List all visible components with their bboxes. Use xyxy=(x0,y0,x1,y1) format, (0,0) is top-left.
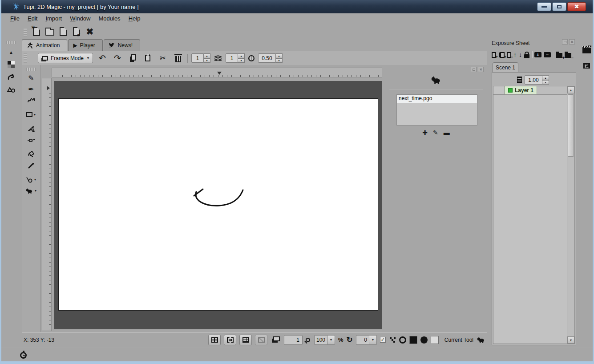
scroll-thumb[interactable] xyxy=(568,94,574,157)
menu-modules[interactable]: Modules xyxy=(96,14,125,23)
frames-mode-dropdown[interactable]: Frames Mode ▼ xyxy=(38,53,93,63)
scene-tab[interactable]: Scene 1 xyxy=(493,62,518,73)
toolbar-drag-handle[interactable] xyxy=(24,27,27,36)
zoom-combo[interactable]: 100 ▼ xyxy=(314,335,335,345)
spin-up-icon[interactable]: ▴ xyxy=(238,53,245,58)
undo-button[interactable]: ↶ xyxy=(97,53,108,64)
menu-help[interactable]: Help xyxy=(126,14,146,23)
onion-back-spinner[interactable]: 1 ▴ ▾ xyxy=(191,53,210,63)
close-project-button[interactable]: ✖ xyxy=(83,25,97,38)
redo-button[interactable]: ↷ xyxy=(112,53,123,64)
drawing-workspace[interactable] xyxy=(54,81,382,329)
contour-color-swatch[interactable] xyxy=(409,336,417,344)
add-scene-button[interactable]: + xyxy=(556,52,562,58)
position-tool[interactable]: ▼ xyxy=(23,185,39,196)
full-screen-button[interactable] xyxy=(255,335,267,345)
scroll-down-button[interactable]: ▼ xyxy=(567,336,574,344)
ink-tool[interactable]: ✒ xyxy=(23,84,39,95)
remove-frame-button[interactable]: − xyxy=(507,52,511,58)
add-layer-button[interactable]: + xyxy=(534,52,541,57)
copy-button[interactable] xyxy=(127,53,138,64)
add-lipsync-button[interactable]: ✚ xyxy=(422,129,428,136)
panel-close-button[interactable]: ✖ xyxy=(478,67,484,72)
pen-properties-button[interactable] xyxy=(5,72,17,82)
exposure-sheet-toggle-button[interactable] xyxy=(581,61,593,71)
fill-color-swatch[interactable] xyxy=(431,336,439,344)
canvas-paper[interactable] xyxy=(58,98,378,311)
show-safe-area-button[interactable] xyxy=(224,335,236,345)
selection-tool[interactable] xyxy=(23,123,39,134)
minimize-button[interactable] xyxy=(537,2,551,11)
remove-lipsync-button[interactable]: ▬ xyxy=(444,129,450,136)
spin-up-icon[interactable]: ▴ xyxy=(542,75,549,80)
opacity-spinner[interactable]: 0.50 ▴ ▾ xyxy=(258,53,283,63)
menu-bar: FileEditImportWindowModulesHelp xyxy=(1,13,593,24)
exposure-scrollbar[interactable]: ▲ ▼ xyxy=(567,86,574,344)
menu-file[interactable]: File xyxy=(8,14,25,23)
scribble-tool[interactable] xyxy=(23,95,39,106)
panel-close-button[interactable]: ✖ xyxy=(569,39,575,44)
spin-down-icon[interactable]: ▾ xyxy=(204,58,210,63)
move-frame-up-button[interactable]: ↑ xyxy=(513,51,517,58)
layer-opacity-spinner[interactable]: 1.00 ▴ ▾ xyxy=(525,75,549,85)
spin-up-icon[interactable]: ▴ xyxy=(276,53,283,58)
window-title: Tupi: 2D Magic - my_project [ by Your na… xyxy=(23,4,139,10)
frames-toolbar-drag-handle[interactable] xyxy=(24,53,27,63)
paste-button[interactable] xyxy=(142,53,154,64)
import-project-icon: ↙ xyxy=(73,27,80,36)
close-button[interactable]: ✖ xyxy=(567,2,586,11)
move-frame-down-button[interactable]: ↓ xyxy=(519,51,522,58)
chevron-down-icon[interactable]: ▼ xyxy=(327,335,335,345)
onion-forward-spinner[interactable]: 1 ▴ ▾ xyxy=(226,53,245,63)
remove-scene-button[interactable]: − xyxy=(565,52,571,58)
color-palette-button[interactable] xyxy=(5,59,17,70)
tools-drag-handle[interactable] xyxy=(26,68,36,71)
save-project-button[interactable] xyxy=(57,25,70,38)
spin-up-icon[interactable]: ▴ xyxy=(204,53,210,58)
lipsync-file-list[interactable]: next_time.pgo xyxy=(396,94,477,125)
frame-number-field[interactable]: 1 xyxy=(284,335,303,345)
lipsync-file-item[interactable]: next_time.pgo xyxy=(397,95,477,103)
rectangle-tool[interactable]: ▼ xyxy=(23,109,39,120)
dock-drag-handle[interactable] xyxy=(6,41,16,44)
spin-down-icon[interactable]: ▾ xyxy=(238,58,245,63)
import-project-button[interactable]: ↙ xyxy=(70,25,83,38)
library-objects-button[interactable] xyxy=(5,84,17,95)
menu-edit[interactable]: Edit xyxy=(25,14,43,23)
menu-import[interactable]: Import xyxy=(43,14,67,23)
insert-frames-button[interactable]: + xyxy=(498,52,505,58)
antialiasing-checkbox[interactable]: ✓ xyxy=(380,337,386,343)
open-project-button[interactable] xyxy=(43,25,57,38)
menu-window[interactable]: Window xyxy=(67,14,96,23)
spin-down-icon[interactable]: ▾ xyxy=(276,58,283,63)
maximize-button[interactable] xyxy=(552,2,566,11)
new-project-button[interactable]: ✶ xyxy=(30,25,43,38)
spin-down-icon[interactable]: ▾ xyxy=(542,80,549,85)
ellipse-tool[interactable]: ▼ xyxy=(23,174,39,185)
collapse-panel-button[interactable]: ▲ xyxy=(5,47,17,57)
tab-animation[interactable]: Animation xyxy=(22,39,67,51)
chevron-down-icon[interactable]: ▼ xyxy=(369,335,377,345)
lock-frame-button[interactable] xyxy=(524,51,529,58)
nodes-tool[interactable] xyxy=(23,134,39,146)
panel-float-button[interactable] xyxy=(471,67,477,72)
panel-float-button[interactable] xyxy=(562,39,568,44)
title-bar[interactable]: Tupi: 2D Magic - my_project [ by Your na… xyxy=(0,0,594,13)
pencil-tool[interactable]: ✎ xyxy=(23,73,39,84)
stopwatch-icon[interactable] xyxy=(20,352,27,359)
brush-tool[interactable] xyxy=(23,160,39,171)
layer-header[interactable]: Layer 1 xyxy=(505,86,537,94)
delete-button[interactable] xyxy=(172,53,184,64)
edit-lipsync-button[interactable]: ✎ xyxy=(433,129,438,136)
cut-button[interactable]: ✂ xyxy=(157,53,169,64)
fill-tool[interactable] xyxy=(23,149,39,160)
scroll-up-button[interactable]: ▲ xyxy=(567,86,574,93)
tab-news[interactable]: News! xyxy=(104,39,140,51)
rotation-combo[interactable]: 0 ▼ xyxy=(356,335,377,345)
remove-layer-button[interactable]: − xyxy=(544,52,551,57)
show-border-grid-button[interactable] xyxy=(208,335,221,345)
tab-player[interactable]: ▶ Player xyxy=(68,39,102,51)
scenes-manager-button[interactable] xyxy=(581,44,593,55)
show-grid-button[interactable] xyxy=(239,335,252,345)
insert-frame-button[interactable]: + xyxy=(492,52,496,58)
